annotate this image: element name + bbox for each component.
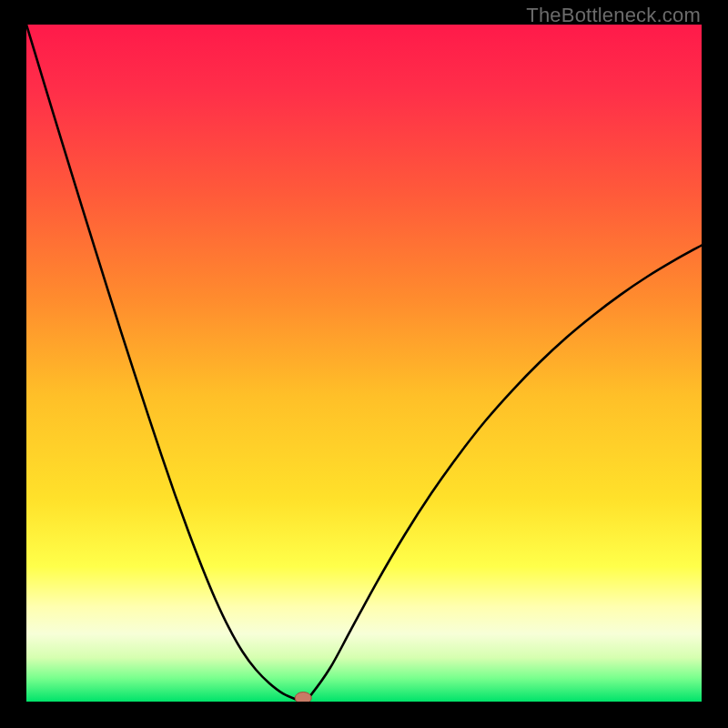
chart-frame: TheBottleneck.com <box>0 0 728 728</box>
gradient-background <box>26 25 702 702</box>
plot-area <box>26 25 702 702</box>
chart-svg <box>26 25 702 702</box>
minimum-marker <box>295 693 311 703</box>
